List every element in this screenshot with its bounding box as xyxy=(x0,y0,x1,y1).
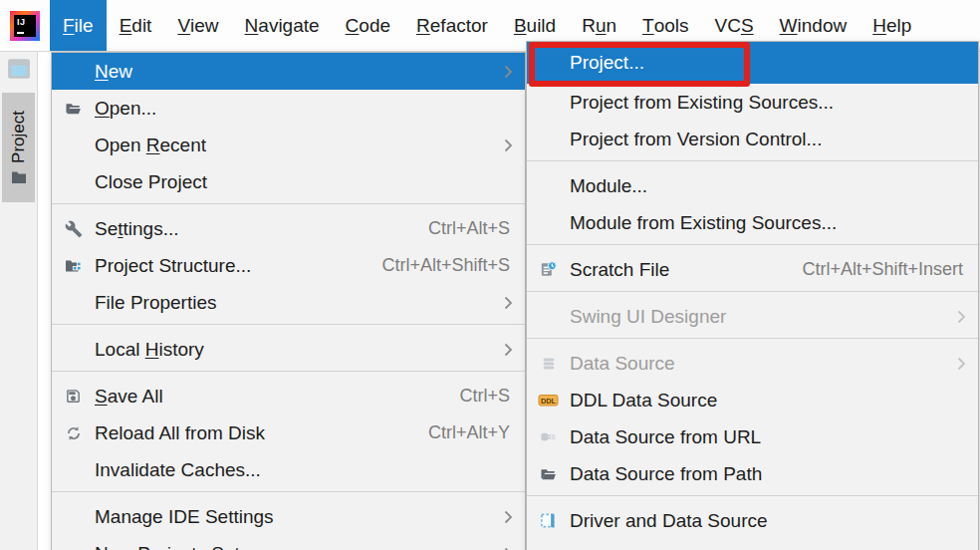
menuitem-project-from-version-control[interactable]: Project from Version Control... xyxy=(527,121,978,157)
project-tab-label: Project xyxy=(9,111,29,163)
menuitem-file-properties[interactable]: File Properties xyxy=(52,284,525,321)
menuitem-open[interactable]: Open... xyxy=(52,90,525,127)
scratch-file-icon xyxy=(536,259,561,281)
submenu-arrow-icon xyxy=(504,296,513,310)
folder-icon xyxy=(11,169,27,184)
menuitem-invalidate-caches[interactable]: Invalidate Caches... xyxy=(52,451,525,488)
svg-text:DDL: DDL xyxy=(541,397,557,406)
menu-separator xyxy=(52,491,525,498)
menuitem-project-structure[interactable]: Project Structure... Ctrl+Alt+Shift+S xyxy=(52,247,525,284)
submenu-arrow-icon xyxy=(504,138,513,152)
file-menu-popup: New Open... Open Recent Close Project xyxy=(51,52,526,550)
plug-icon xyxy=(536,426,561,448)
menubar-edit[interactable]: Edit xyxy=(107,0,165,51)
menuitem-close-project[interactable]: Close Project xyxy=(52,163,525,200)
floppy-disk-icon xyxy=(61,386,86,408)
menuitem-project[interactable]: Project... xyxy=(527,42,978,84)
menuitem-manage-ide-settings[interactable]: Manage IDE Settings xyxy=(52,498,525,535)
project-structure-icon xyxy=(61,255,86,277)
wrench-icon xyxy=(61,218,86,240)
menuitem-driver[interactable]: Driver xyxy=(527,539,978,550)
intellij-logo-icon: IJ xyxy=(10,11,40,41)
submenu-arrow-icon xyxy=(957,310,966,324)
menubar-refactor[interactable]: Refactor xyxy=(403,0,501,51)
submenu-arrow-icon xyxy=(957,357,966,371)
menu-separator xyxy=(527,495,978,502)
menuitem-scratch-file[interactable]: Scratch File Ctrl+Alt+Shift+Insert xyxy=(527,251,978,288)
menubar-navigate[interactable]: Navigate xyxy=(232,0,333,51)
submenu-arrow-icon xyxy=(504,343,513,357)
menu-separator xyxy=(527,338,978,345)
submenu-arrow-icon xyxy=(504,65,513,79)
menuitem-new-projects-setup[interactable]: New Projects Setup xyxy=(52,535,525,550)
menuitem-module[interactable]: Module... xyxy=(527,167,978,204)
menubar-code[interactable]: Code xyxy=(333,0,403,51)
shortcut-text: Ctrl+S xyxy=(459,386,513,407)
menuitem-data-source-from-path[interactable]: Data Source from Path xyxy=(527,455,978,492)
intellij-logo-text: IJ xyxy=(14,15,36,37)
open-folder-icon xyxy=(61,98,86,120)
menu-separator xyxy=(527,160,978,167)
open-folder-icon xyxy=(536,463,561,485)
menuitem-driver-and-data-source[interactable]: Driver and Data Source xyxy=(527,502,978,539)
menu-separator xyxy=(527,244,978,251)
tool-window-bar: Project xyxy=(0,52,38,550)
menubar-view[interactable]: View xyxy=(164,0,231,51)
submenu-arrow-icon xyxy=(504,510,513,524)
menuitem-save-all[interactable]: Save All Ctrl+S xyxy=(52,378,525,414)
menuitem-new[interactable]: New xyxy=(52,53,525,90)
shortcut-text: Ctrl+Alt+Y xyxy=(428,422,513,443)
editor-window-icon[interactable] xyxy=(7,58,31,80)
menuitem-data-source-from-url[interactable]: Data Source from URL xyxy=(527,418,978,455)
submenu-arrow-icon xyxy=(504,547,513,550)
menu-separator xyxy=(52,371,525,378)
menu-separator xyxy=(527,291,978,298)
menubar-file[interactable]: File xyxy=(50,0,107,51)
new-submenu-popup: Project... Project from Existing Sources… xyxy=(526,41,979,550)
menuitem-settings[interactable]: Settings... Ctrl+Alt+S xyxy=(52,210,525,247)
menuitem-project-from-existing-sources[interactable]: Project from Existing Sources... xyxy=(527,84,978,121)
shortcut-text: Ctrl+Alt+S xyxy=(428,218,513,239)
app-logo: IJ xyxy=(0,0,50,51)
menuitem-reload-all-from-disk[interactable]: Reload All from Disk Ctrl+Alt+Y xyxy=(52,414,525,451)
shortcut-text: Ctrl+Alt+Shift+Insert xyxy=(802,259,966,280)
driver-icon xyxy=(536,510,561,532)
menuitem-local-history[interactable]: Local History xyxy=(52,331,525,368)
database-icon xyxy=(536,353,561,375)
menu-separator xyxy=(52,324,525,331)
shortcut-text: Ctrl+Alt+Shift+S xyxy=(381,255,513,276)
menu-separator xyxy=(52,203,525,210)
menuitem-ddl-data-source[interactable]: DDL DDL Data Source xyxy=(527,382,978,418)
reload-icon xyxy=(61,422,86,444)
ddl-badge-icon: DDL xyxy=(536,390,561,412)
project-tool-window-tab[interactable]: Project xyxy=(2,93,35,202)
menuitem-module-from-existing-sources[interactable]: Module from Existing Sources... xyxy=(527,204,978,241)
menuitem-data-source: Data Source xyxy=(527,345,978,382)
menuitem-open-recent[interactable]: Open Recent xyxy=(52,127,525,163)
driver-icon xyxy=(536,547,561,550)
menuitem-swing-ui-designer: Swing UI Designer xyxy=(527,298,978,335)
